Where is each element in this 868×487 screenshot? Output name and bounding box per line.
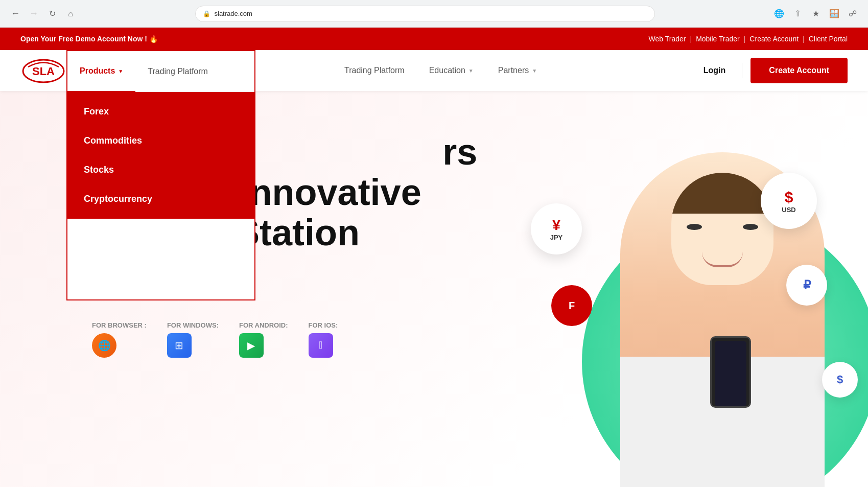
dropdown-item-cryptocurrency[interactable]: Cryptocurrency bbox=[67, 184, 254, 214]
smile bbox=[702, 252, 743, 267]
chevron-partners-icon: ▼ bbox=[532, 68, 537, 74]
education-nav-label: Education bbox=[429, 66, 465, 75]
translate-icon[interactable]: 🌐 bbox=[772, 7, 786, 21]
browser-icon[interactable]: 🌐 bbox=[92, 333, 116, 358]
svg-text:SLA: SLA bbox=[32, 65, 55, 78]
dropdown-item-commodities[interactable]: Commodities bbox=[67, 126, 254, 155]
ios-label: FOR IOS: bbox=[309, 321, 338, 329]
promo-text[interactable]: Open Your Free Demo Account Now ! 🔥 bbox=[20, 35, 158, 43]
products-dropdown-container: Products ▼ Trading Platform Forex Commod… bbox=[66, 50, 255, 300]
usd-label: USD bbox=[782, 206, 795, 214]
android-label: FOR ANDROID: bbox=[239, 321, 288, 329]
home-button[interactable]: ⌂ bbox=[63, 7, 78, 21]
page-wrapper: SLA Products ▼ Trading Platform bbox=[0, 50, 868, 487]
address-bar[interactable]: 🔒 slatrade.com bbox=[195, 6, 655, 22]
ios-icon[interactable]:  bbox=[309, 333, 333, 358]
eur-symbol: $ bbox=[837, 373, 843, 386]
platform-label: Trading Platform bbox=[148, 67, 208, 76]
lock-icon: 🔒 bbox=[203, 10, 210, 17]
dropdown-top-nav: Products ▼ Trading Platform bbox=[67, 51, 254, 92]
eyes bbox=[687, 224, 702, 230]
platform-ios: FOR IOS:  bbox=[309, 321, 338, 358]
chevron-education-icon: ▼ bbox=[468, 68, 474, 74]
forward-button[interactable]: → bbox=[27, 7, 41, 21]
nav-item-partners[interactable]: Partners ▼ bbox=[486, 50, 549, 91]
platform-row: FOR BROWSER : 🌐 FOR WINDOWS: ⊞ FOR ANDRO… bbox=[92, 321, 480, 358]
platform-windows: FOR WINDOWS: ⊞ bbox=[167, 321, 219, 358]
windows-icon[interactable]: ⊞ bbox=[167, 333, 192, 358]
back-button[interactable]: ← bbox=[8, 7, 22, 21]
red-badge: F bbox=[551, 285, 592, 326]
rub-bubble: ₽ bbox=[786, 265, 827, 306]
nav-item-education[interactable]: Education ▼ bbox=[417, 50, 486, 91]
bookmark-icon[interactable]: ★ bbox=[809, 7, 823, 21]
dropdown-item-stocks[interactable]: Stocks bbox=[67, 155, 254, 184]
eyes2 bbox=[743, 224, 758, 230]
create-account-topbar-link[interactable]: Create Account bbox=[749, 35, 799, 43]
login-button[interactable]: Login bbox=[695, 66, 734, 75]
chevron-down-icon: ▼ bbox=[118, 68, 123, 74]
face bbox=[671, 173, 773, 285]
refresh-button[interactable]: ↻ bbox=[45, 7, 59, 21]
window-icon[interactable]: ☍ bbox=[846, 7, 860, 21]
jpy-bubble: ¥ JPY bbox=[531, 203, 582, 254]
dropdown-products-tab[interactable]: Products ▼ bbox=[67, 51, 135, 92]
products-label: Products bbox=[80, 66, 115, 76]
platform-android: FOR ANDROID: ▶ bbox=[239, 321, 288, 358]
sep3: | bbox=[803, 35, 805, 43]
sep1: | bbox=[690, 35, 692, 43]
rub-symbol: ₽ bbox=[803, 278, 811, 292]
vertical-divider bbox=[742, 63, 742, 78]
hero-right: ¥ JPY $ USD ₽ $ F bbox=[521, 91, 868, 487]
url-text: slatrade.com bbox=[215, 10, 252, 17]
share-icon[interactable]: ⇧ bbox=[790, 7, 805, 21]
usd-symbol: $ bbox=[785, 189, 793, 206]
usd-bubble: $ USD bbox=[761, 173, 817, 229]
header: SLA Products ▼ Trading Platform bbox=[0, 50, 868, 91]
logo-svg: SLA bbox=[20, 56, 66, 84]
main-nav: Products ▼ Trading Platform Forex Commod… bbox=[77, 50, 549, 91]
hero-title-rs: rs bbox=[442, 131, 477, 172]
sep2: | bbox=[744, 35, 746, 43]
jpy-label: JPY bbox=[550, 234, 563, 241]
dropdown-platform-tab[interactable]: Trading Platform bbox=[135, 51, 220, 92]
jpy-symbol: ¥ bbox=[552, 217, 560, 234]
web-trader-link[interactable]: Web Trader bbox=[649, 35, 686, 43]
dropdown-item-forex[interactable]: Forex bbox=[67, 97, 254, 126]
mobile-trader-link[interactable]: Mobile Trader bbox=[696, 35, 740, 43]
partners-nav-label: Partners bbox=[498, 66, 529, 75]
phone-screen bbox=[715, 341, 746, 406]
browser-chrome: ← → ↻ ⌂ 🔒 slatrade.com 🌐 ⇧ ★ 🪟 ☍ bbox=[0, 0, 868, 28]
phone bbox=[710, 336, 751, 408]
hair bbox=[671, 173, 773, 214]
browser-label: FOR BROWSER : bbox=[92, 321, 147, 329]
android-icon[interactable]: ▶ bbox=[239, 333, 264, 358]
windows-label: FOR WINDOWS: bbox=[167, 321, 219, 329]
top-bar-links: Web Trader | Mobile Trader | Create Acco… bbox=[649, 35, 848, 43]
platform-browser: FOR BROWSER : 🌐 bbox=[92, 321, 147, 358]
top-bar: Open Your Free Demo Account Now ! 🔥 Web … bbox=[0, 28, 868, 50]
dropdown-menu: Forex Commodities Stocks Cryptocurrency bbox=[67, 92, 254, 219]
client-portal-link[interactable]: Client Portal bbox=[809, 35, 848, 43]
extensions-icon[interactable]: 🪟 bbox=[827, 7, 841, 21]
nav-item-platform[interactable]: Trading Platform bbox=[332, 50, 417, 91]
platform-nav-label: Trading Platform bbox=[344, 66, 405, 75]
create-account-button[interactable]: Create Account bbox=[750, 58, 848, 83]
badge-text: F bbox=[569, 300, 575, 312]
logo[interactable]: SLA bbox=[20, 56, 66, 86]
eur-bubble: $ bbox=[822, 362, 858, 398]
header-right: Login Create Account bbox=[695, 58, 848, 83]
